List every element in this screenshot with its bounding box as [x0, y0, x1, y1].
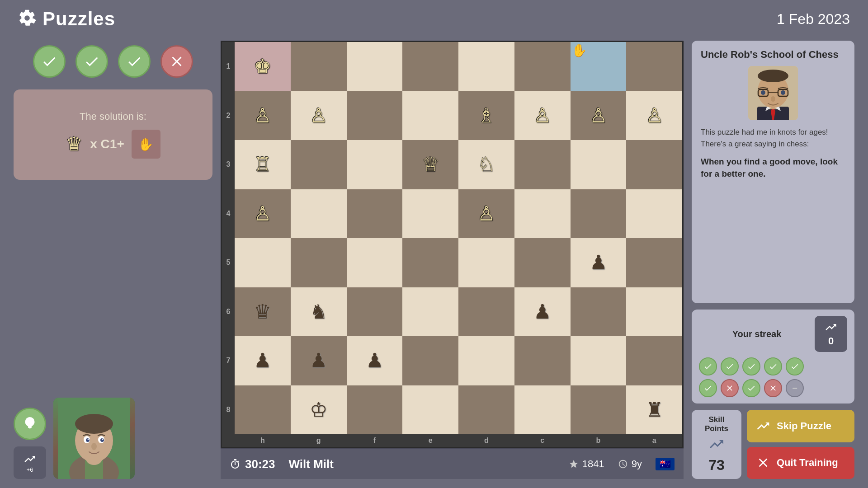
star-icon: [569, 459, 579, 469]
board-cell-c7[interactable]: [514, 336, 571, 385]
board-cell-a2[interactable]: ♙: [626, 91, 682, 141]
piece-d3: ♘: [477, 155, 495, 174]
board-cell-g5[interactable]: [291, 238, 347, 287]
board-cell-h3[interactable]: ♖: [235, 140, 291, 189]
board-cell-f2[interactable]: [347, 91, 403, 141]
board-cell-h7[interactable]: ♟: [235, 336, 291, 385]
player-avatar: [53, 398, 135, 479]
progress-circle-1[interactable]: [33, 45, 66, 78]
file-label-a: a: [626, 434, 682, 447]
board-cell-c4[interactable]: [514, 189, 571, 239]
piece-e3: ♕: [422, 155, 439, 174]
svg-point-28: [771, 96, 775, 102]
hint-button[interactable]: [14, 408, 46, 440]
piece-a8: ♜: [646, 400, 663, 420]
board-cell-d4[interactable]: ♙: [458, 189, 514, 239]
progress-circle-4[interactable]: [160, 45, 193, 78]
file-label-f: f: [347, 434, 403, 447]
bottom-bar: 30:23 Wilt Milt 1841 9y 🇦🇺: [221, 448, 684, 479]
clock-icon: [618, 459, 628, 469]
board-cell-e4[interactable]: [402, 189, 458, 239]
piece-d4: ♙: [477, 204, 495, 224]
streak-header: Your streak 0: [699, 316, 847, 352]
board-cell-a4[interactable]: [626, 189, 682, 239]
timer-section: 30:23: [230, 457, 275, 471]
board-cell-h2[interactable]: ♙: [235, 91, 291, 141]
board-cell-g1[interactable]: [291, 42, 347, 91]
file-label-g: g: [291, 434, 347, 447]
skip-puzzle-button[interactable]: Skip Puzzle: [747, 410, 854, 442]
board-cell-c3[interactable]: [514, 140, 571, 189]
board-cell-b3[interactable]: [571, 140, 627, 189]
board-cell-c5[interactable]: [514, 238, 571, 287]
board-cell-f5[interactable]: [347, 238, 403, 287]
board-cell-d5[interactable]: [458, 238, 514, 287]
board-cell-e1[interactable]: [402, 42, 458, 91]
board-cell-g6[interactable]: ♞: [291, 287, 347, 337]
piece-g8: ♔: [310, 400, 327, 420]
board-cell-d8[interactable]: [458, 385, 514, 435]
player-rating: 1841: [582, 458, 604, 470]
board-cell-h1[interactable]: ♚: [235, 42, 291, 91]
svg-point-27: [781, 90, 785, 95]
board-cell-f7[interactable]: ♟: [347, 336, 403, 385]
board-cell-g7[interactable]: ♟: [291, 336, 347, 385]
chess-board-wrapper: 1♚✋2♙♙♗♙♙♙3♖♕♘4♙♙5♟6♛♞♟7♟♟♟8♔♜hgfedcba: [221, 41, 684, 448]
board-cell-d6[interactable]: [458, 287, 514, 337]
board-cell-b8[interactable]: [571, 385, 627, 435]
board-cell-c1[interactable]: [514, 42, 571, 91]
board-cell-a5[interactable]: [626, 238, 682, 287]
board-cell-e8[interactable]: [402, 385, 458, 435]
board-cell-e5[interactable]: [402, 238, 458, 287]
action-buttons: Skip Puzzle Quit Training: [747, 410, 854, 479]
board-cell-d1[interactable]: [458, 42, 514, 91]
progress-circle-2[interactable]: [75, 45, 108, 78]
board-cell-b7[interactable]: [571, 336, 627, 385]
board-cell-f3[interactable]: [347, 140, 403, 189]
board-cell-g4[interactable]: [291, 189, 347, 239]
board-cell-e3[interactable]: ♕: [402, 140, 458, 189]
streak-dot-5: [786, 357, 804, 375]
streak-score-box: 0: [815, 316, 847, 352]
board-cell-d2[interactable]: ♗: [458, 91, 514, 141]
score-button[interactable]: +6: [14, 446, 46, 479]
board-cell-b5[interactable]: ♟: [571, 238, 627, 287]
board-cell-f1[interactable]: [347, 42, 403, 91]
board-cell-f8[interactable]: [347, 385, 403, 435]
board-cell-a3[interactable]: [626, 140, 682, 189]
board-cell-e2[interactable]: [402, 91, 458, 141]
board-cell-g2[interactable]: ♙: [291, 91, 347, 141]
board-cell-e7[interactable]: [402, 336, 458, 385]
board-cell-e6[interactable]: [402, 287, 458, 337]
board-cell-a7[interactable]: [626, 336, 682, 385]
board-cell-b4[interactable]: [571, 189, 627, 239]
board-cell-g3[interactable]: [291, 140, 347, 189]
solution-target: ✋: [132, 130, 160, 159]
board-cell-a6[interactable]: [626, 287, 682, 337]
board-cell-d3[interactable]: ♘: [458, 140, 514, 189]
board-cell-d7[interactable]: [458, 336, 514, 385]
board-cell-h8[interactable]: [235, 385, 291, 435]
instructor-card: Uncle Rob's School of Chess: [692, 41, 854, 303]
board-cell-f4[interactable]: [347, 189, 403, 239]
skip-icon: [756, 419, 770, 433]
board-cell-h5[interactable]: [235, 238, 291, 287]
board-cell-h6[interactable]: ♛: [235, 287, 291, 337]
board-cell-g8[interactable]: ♔: [291, 385, 347, 435]
board-cell-a1[interactable]: [626, 42, 682, 91]
board-cell-c2[interactable]: ♙: [514, 91, 571, 141]
board-cell-b2[interactable]: ♙: [571, 91, 627, 141]
board-cell-c8[interactable]: [514, 385, 571, 435]
header: Puzzles 1 Feb 2023: [0, 0, 868, 38]
board-cell-f6[interactable]: [347, 287, 403, 337]
streak-dot-4: [764, 357, 782, 375]
board-cell-c6[interactable]: ♟: [514, 287, 571, 337]
gear-icon[interactable]: [18, 9, 36, 29]
board-cell-b6[interactable]: [571, 287, 627, 337]
board-cell-b1[interactable]: ✋: [571, 42, 627, 91]
quit-training-button[interactable]: Quit Training: [747, 447, 854, 479]
progress-circle-3[interactable]: [118, 45, 151, 78]
board-cell-a8[interactable]: ♜: [626, 385, 682, 435]
streak-dot-1: [699, 357, 717, 375]
board-cell-h4[interactable]: ♙: [235, 189, 291, 239]
